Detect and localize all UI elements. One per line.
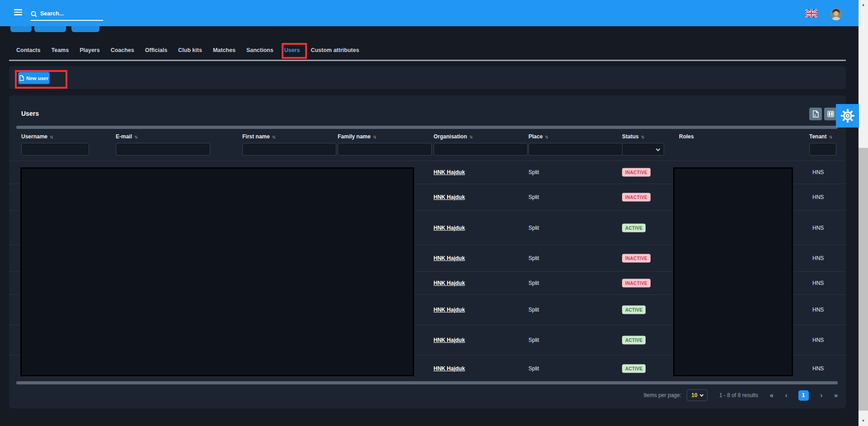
filter-username[interactable] xyxy=(21,143,89,156)
vertical-scrollbar[interactable]: ▲ ▼ xyxy=(859,0,868,426)
tenant-cell: HNS xyxy=(812,194,824,200)
filter-e-mail[interactable] xyxy=(116,143,210,156)
horizontal-scrollbar-top[interactable] xyxy=(16,126,838,129)
current-page-button[interactable]: 1 xyxy=(798,390,809,401)
cut-button-2[interactable] xyxy=(34,26,66,32)
columns-icon xyxy=(827,111,834,117)
organisation-link[interactable]: HNK Hajduk xyxy=(434,169,465,175)
column-header-roles: Roles xyxy=(679,133,694,140)
place-cell: Split xyxy=(528,280,539,286)
tab-matches[interactable]: Matches xyxy=(213,47,236,53)
tenant-cell: HNS xyxy=(812,365,824,372)
tab-bar: ContactsTeamsPlayersCoachesOfficialsClub… xyxy=(16,47,359,53)
organisation-link[interactable]: HNK Hajduk xyxy=(434,365,465,372)
tab-contacts[interactable]: Contacts xyxy=(16,47,40,53)
pagination: Items per page: 10 1 - 8 of 8 results « … xyxy=(644,388,838,402)
filter-family-name[interactable] xyxy=(338,143,432,156)
tenant-cell: HNS xyxy=(812,169,824,175)
sort-icon[interactable]: ↑↓ xyxy=(545,134,547,139)
columns-toggle-button[interactable] xyxy=(824,108,837,120)
sort-icon[interactable]: ↑↓ xyxy=(373,134,376,139)
tenant-cell: HNS xyxy=(812,280,824,286)
export-button[interactable]: x xyxy=(809,108,822,120)
users-table-card: Users x Username↑↓E-mail↑↓First name↑↓Fa… xyxy=(9,95,846,408)
redaction-box-roles xyxy=(673,167,793,376)
organisation-link[interactable]: HNK Hajduk xyxy=(434,194,465,200)
search-input[interactable]: Search... xyxy=(30,9,103,21)
organisation-link[interactable]: HNK Hajduk xyxy=(434,337,465,343)
organisation-link[interactable]: HNK Hajduk xyxy=(434,255,465,261)
sort-icon[interactable]: ↑↓ xyxy=(50,134,52,139)
last-page-button[interactable]: » xyxy=(834,392,838,399)
tab-users[interactable]: Users xyxy=(284,47,300,53)
column-header-family-name[interactable]: Family name↑↓ xyxy=(338,133,376,140)
uk-flag-icon[interactable] xyxy=(805,9,817,18)
new-user-button[interactable]: New user xyxy=(18,72,50,84)
column-header-first-name[interactable]: First name↑↓ xyxy=(242,133,275,140)
sort-icon[interactable]: ↑↓ xyxy=(641,134,644,139)
cut-button-3[interactable] xyxy=(71,26,99,32)
annotation-box-users-tab xyxy=(282,43,307,59)
card-title: Users xyxy=(21,110,39,117)
status-badge: INACTIVE xyxy=(622,168,651,177)
status-badge: ACTIVE xyxy=(622,306,646,314)
items-per-page-label: Items per page: xyxy=(644,392,681,398)
first-page-button[interactable]: « xyxy=(770,392,774,399)
filter-organisation[interactable] xyxy=(434,143,528,156)
settings-gear-button[interactable] xyxy=(836,104,859,128)
gear-icon xyxy=(840,108,855,123)
scroll-up-arrow-icon[interactable]: ▲ xyxy=(859,1,868,8)
filter-status[interactable] xyxy=(622,143,664,156)
sort-icon[interactable]: ↑↓ xyxy=(272,134,275,139)
organisation-link[interactable]: HNK Hajduk xyxy=(434,225,465,231)
previous-page-button[interactable]: ‹ xyxy=(785,392,788,399)
tab-club-kits[interactable]: Club kits xyxy=(178,47,202,53)
tab-coaches[interactable]: Coaches xyxy=(111,47,134,53)
results-count: 1 - 8 of 8 results xyxy=(719,392,758,398)
tenant-cell: HNS xyxy=(812,225,824,231)
place-cell: Split xyxy=(528,255,539,261)
sort-icon[interactable]: ↑↓ xyxy=(469,134,472,139)
new-user-label: New user xyxy=(26,76,48,81)
place-cell: Split xyxy=(528,307,539,313)
page-size-select[interactable]: 10 xyxy=(687,389,708,401)
column-header-tenant[interactable]: Tenant↑↓ xyxy=(809,133,831,140)
place-cell: Split xyxy=(528,365,539,372)
tab-custom-attributes[interactable]: Custom attributes xyxy=(311,47,359,53)
filter-place[interactable] xyxy=(528,143,623,156)
top-app-bar: Search... xyxy=(0,0,859,26)
horizontal-scrollbar-bottom[interactable] xyxy=(16,381,838,384)
toolbar-card: New user xyxy=(9,66,846,89)
filter-tenant[interactable] xyxy=(809,143,836,156)
place-cell: Split xyxy=(528,169,539,175)
tab-teams[interactable]: Teams xyxy=(51,47,69,53)
status-badge: ACTIVE xyxy=(622,223,646,232)
search-placeholder: Search... xyxy=(40,10,64,17)
tab-players[interactable]: Players xyxy=(80,47,99,53)
organisation-link[interactable]: HNK Hajduk xyxy=(434,280,465,286)
place-cell: Split xyxy=(528,337,539,343)
column-header-username[interactable]: Username↑↓ xyxy=(21,133,52,140)
cut-button-1[interactable] xyxy=(10,26,32,32)
scroll-down-arrow-icon[interactable]: ▼ xyxy=(859,417,868,424)
user-avatar[interactable] xyxy=(830,8,842,20)
organisation-link[interactable]: HNK Hajduk xyxy=(434,307,465,313)
page-size-value: 10 xyxy=(691,392,697,398)
column-header-organisation[interactable]: Organisation↑↓ xyxy=(434,133,472,140)
document-icon xyxy=(19,75,24,81)
tab-officials[interactable]: Officials xyxy=(145,47,167,53)
tab-sanctions[interactable]: Sanctions xyxy=(246,47,274,53)
column-header-place[interactable]: Place↑↓ xyxy=(528,133,547,140)
next-page-button[interactable]: › xyxy=(821,392,823,399)
filter-first-name[interactable] xyxy=(242,143,336,156)
column-header-status[interactable]: Status↑↓ xyxy=(622,133,644,140)
column-header-e-mail[interactable]: E-mail↑↓ xyxy=(116,133,137,140)
sort-icon[interactable]: ↑↓ xyxy=(134,134,137,139)
svg-text:x: x xyxy=(814,114,816,117)
scrollbar-thumb[interactable] xyxy=(859,148,868,411)
menu-icon[interactable] xyxy=(14,9,22,15)
status-badge: ACTIVE xyxy=(622,336,646,345)
chevron-down-icon xyxy=(656,147,660,151)
sort-icon[interactable]: ↑↓ xyxy=(829,134,831,139)
place-cell: Split xyxy=(528,225,539,231)
